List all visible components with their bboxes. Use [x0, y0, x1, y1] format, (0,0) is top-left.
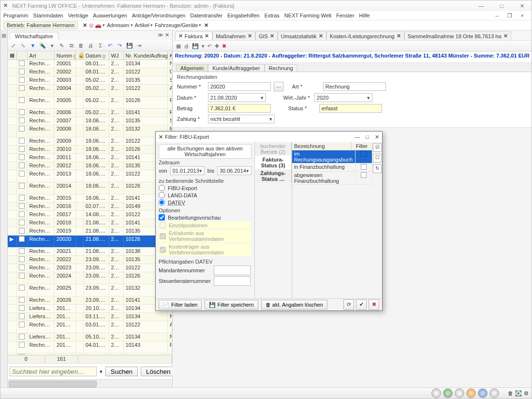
menu-auswertungen[interactable]: Auswertungen — [93, 13, 127, 18]
table-row[interactable]: Lieferschein201700303.11.2017201710134Na… — [8, 313, 172, 321]
table-row[interactable]: Rechnung2001714.08.2020202010122Auterman… — [8, 211, 172, 219]
table-row[interactable]: Rechnung2000405.02.2020202010122Auterman… — [8, 85, 172, 97]
table-row[interactable]: Rechnung2002523.09.2020202010132Müller, … — [8, 284, 172, 296]
radio-datev[interactable]: DATEV — [159, 199, 251, 206]
menu-programm[interactable]: Programm — [3, 13, 28, 18]
context-close-2[interactable]: ✕ — [204, 22, 208, 29]
zeitraum-tab[interactable]: alle Buchungen aus den aktiven Wirtschaf… — [159, 144, 251, 159]
radio-fibu[interactable]: FIBU-Export — [159, 185, 251, 191]
tab-massnahmen[interactable]: Maßnahmen✕ — [212, 31, 255, 40]
grid-body[interactable]: Rechnung2000108.01.2020202010134Nachtiga… — [8, 60, 172, 355]
tab-faktura[interactable]: ✕Faktura✕ — [175, 31, 212, 40]
tool-expand-icon[interactable]: ⤢ — [10, 43, 17, 49]
window-close[interactable]: ✕ — [515, 3, 529, 9]
btn-cancel[interactable]: ✖ — [369, 299, 379, 310]
menu-datentransfer[interactable]: Datentransfer — [190, 13, 222, 18]
rtool-save-icon[interactable]: 💾 — [192, 43, 199, 49]
dialog-minimize[interactable]: — — [355, 134, 360, 140]
h-scrollbar[interactable] — [8, 379, 172, 387]
clear-button[interactable]: Löschen — [141, 367, 176, 376]
table-row[interactable]: Rechnung2000605.02.2020202010141Richter,… — [8, 109, 172, 117]
tab-kosten[interactable]: Kosten-/Leistungsrechnung✕ — [326, 31, 404, 40]
datum-field[interactable]: 21.08.2020 — [208, 93, 266, 102]
col-check[interactable] — [17, 51, 27, 59]
rtool-print-icon[interactable]: 🖨 — [184, 43, 189, 49]
btn-angaben-loeschen[interactable]: 🗑 akt. Angaben löschen — [261, 300, 327, 310]
table-row[interactable]: Rechnung2000108.01.2020202010134Nachtiga… — [8, 60, 172, 68]
mdi-restore[interactable]: ❐ — [507, 13, 512, 19]
table-row[interactable]: Rechnung2001921.08.2020202010135Schlüter — [8, 227, 172, 236]
dlg-checkall[interactable]: ☑ — [373, 143, 382, 152]
subtab-kunde[interactable]: Kunde/Auftraggeber — [208, 64, 264, 72]
target-icon[interactable]: ◎ — [89, 22, 94, 29]
dialog-grid[interactable]: im Rechungsausgangsbuchin Finanzbuchhalt… — [292, 150, 372, 185]
col-lock[interactable]: 🔒 — [76, 51, 84, 59]
tool-delete-icon[interactable]: 🗑 — [77, 43, 85, 48]
status-orb-6[interactable] — [489, 388, 499, 398]
rtool-del-icon[interactable]: ✖ — [222, 43, 226, 49]
tool-undo-icon[interactable]: ↶ — [106, 43, 114, 49]
table-row[interactable]: Rechnung2001418.06.2020202010126Rittergu… — [8, 182, 172, 194]
tool-redo-icon[interactable]: ↷ — [116, 43, 124, 49]
table-row[interactable]: Rechnung2017000204.01.2017201710143Falke… — [8, 341, 172, 354]
company-pill[interactable]: Betrieb: Falkensee Hermann — [3, 21, 78, 29]
rtool-new-icon[interactable]: ✚ — [215, 43, 219, 49]
status-disk-icon[interactable]: 💽 — [515, 390, 522, 397]
chk-vorschau[interactable]: Bearbeitungsvorschau — [159, 214, 251, 221]
tab-gis[interactable]: GIS✕ — [255, 31, 278, 40]
nummer-lookup[interactable]: … — [274, 82, 283, 91]
table-row[interactable]: Rechnung2001602.07.2020202010149Gause, G — [8, 203, 172, 211]
table-row[interactable]: Rechnung2002323.09.2020202010122Auterman… — [8, 264, 172, 272]
dlg-refresh[interactable]: ↻ — [373, 164, 382, 173]
menu-extras[interactable]: Extras — [265, 13, 280, 18]
context-adressen[interactable]: Adressen — [107, 22, 133, 28]
btn-filter-laden[interactable]: 📄 Filter laden — [159, 300, 202, 310]
table-row[interactable]: Lieferschein2017000105.10.2017201710134N… — [8, 333, 172, 341]
grid-icon[interactable]: ▦ — [1, 32, 6, 39]
table-row[interactable]: Lieferschein201700220.10.2017201710134Na… — [8, 305, 172, 313]
search-input[interactable] — [10, 367, 97, 376]
status-gear-icon[interactable]: ⚙ — [524, 390, 529, 397]
col-wj[interactable]: WJ — [109, 51, 124, 59]
tool-copy-icon[interactable]: ⧉ — [68, 43, 75, 49]
art-field[interactable]: Rechnung — [323, 82, 386, 91]
von-field[interactable]: 01.01.2013 — [170, 166, 205, 175]
search-button[interactable]: Suchen — [105, 367, 138, 376]
left-tab-wj[interactable]: Wirtschaftsjahre — [10, 32, 59, 40]
window-maximize[interactable]: □ — [495, 3, 508, 9]
rtab-faktura[interactable]: Faktura-Status (3) — [255, 156, 292, 169]
btn-reload[interactable]: ⟳ — [343, 299, 354, 310]
dialog-maximize[interactable]: □ — [366, 134, 369, 140]
table-row[interactable]: Rechnung2002223.09.2020202010135Schlüter — [8, 256, 172, 264]
table-row[interactable]: Rechnung2000818.06.2020202010132Müller, … — [8, 125, 172, 137]
col-select[interactable]: ▦ — [8, 51, 17, 59]
col-num[interactable]: Numm⚲ — [55, 51, 76, 59]
tool-new-icon[interactable]: ▾ — [48, 43, 56, 49]
subtab-allgemein[interactable]: Allgemein — [176, 64, 208, 72]
col-datum[interactable]: Datum⚲ — [84, 51, 109, 59]
table-row[interactable]: Rechnung2001018.06.2020202010126Rittergu… — [8, 146, 172, 154]
context-artikel[interactable]: Artikel — [135, 22, 153, 28]
rtool-undo-icon[interactable]: ↶ — [207, 43, 212, 49]
tool-export-icon[interactable]: ⇥ — [135, 43, 143, 49]
status-orb-2[interactable] — [443, 388, 453, 398]
table-row[interactable]: Rechnung2002623.09.2020202010141Richter, — [8, 296, 172, 305]
tab-umsatz[interactable]: Umsatzstatistik✕ — [278, 31, 326, 40]
menu-fenster[interactable]: Fenster — [336, 13, 354, 18]
table-row[interactable]: Rechnung2001118.06.2020202010141Richter — [8, 154, 172, 162]
tool-funnel-icon[interactable]: ▼ — [29, 43, 37, 48]
table-row[interactable]: Rechnung2000918.06.2020202010122Auterman… — [8, 137, 172, 146]
col-art[interactable]: Art — [28, 51, 55, 59]
steuer-input[interactable] — [214, 276, 251, 286]
table-row[interactable]: Rechnung2017000103.01.2017201710122Auter… — [8, 321, 172, 333]
window-minimize[interactable]: — — [474, 3, 488, 9]
table-row[interactable]: Rechnung2001821.08.2020202010141Richter — [8, 219, 172, 227]
status-trash-icon[interactable]: 🗑 — [508, 390, 513, 396]
status-orb-4[interactable] — [466, 388, 476, 398]
dcol-bezeichnung[interactable]: Bezeichnung — [292, 142, 352, 150]
rtab-zahlung[interactable]: Zahlungs-Status … — [255, 169, 292, 183]
mdi-close[interactable]: × — [521, 13, 524, 19]
menu-stammdaten[interactable]: Stammdaten — [33, 13, 63, 18]
table-row[interactable]: Rechnung2001318.06.2020202010122Auterman… — [8, 170, 172, 182]
tool-torch-icon[interactable]: 🔦 — [39, 43, 46, 49]
